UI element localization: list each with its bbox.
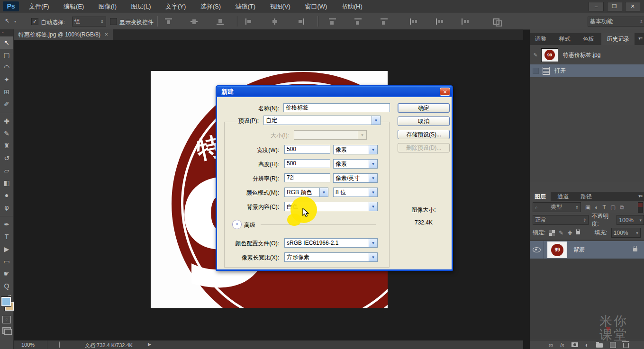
align-left-edges-icon[interactable] [245, 18, 253, 25]
spot-healing-brush-tool[interactable]: ✚ [0, 115, 13, 127]
distribute-horizontal-centers-icon[interactable] [436, 18, 443, 25]
color-profile-dropdown[interactable]: sRGB IEC61966-2.1 ▼ [284, 238, 378, 248]
blend-mode-dropdown[interactable]: 正常 ⇕ [533, 215, 589, 225]
zoom-level-field[interactable]: 100% [21, 342, 35, 348]
distribute-left-edges-icon[interactable] [410, 18, 417, 25]
crop-tool[interactable]: ⊞ [0, 86, 13, 98]
distribute-vertical-centers-icon[interactable] [354, 18, 362, 25]
color-mode-dropdown[interactable]: RGB 颜色 ▼ [284, 188, 328, 197]
resolution-input[interactable]: 72 [284, 173, 330, 182]
resolution-unit-dropdown[interactable]: 像素/英寸 ▼ [333, 173, 378, 183]
history-brush-tool[interactable]: ↺ [0, 152, 13, 164]
tools-collapse-icon[interactable]: » [0, 29, 13, 36]
move-tool[interactable]: ↖ [0, 36, 13, 49]
menu-file[interactable]: 文件(F) [23, 0, 55, 13]
menu-type[interactable]: 文字(Y) [159, 0, 192, 13]
close-button[interactable]: ✕ [625, 2, 640, 11]
lasso-tool[interactable]: ◠ [0, 61, 13, 73]
filter-pixel-layers-icon[interactable]: ▣ [585, 204, 590, 211]
history-brush-source-icon[interactable]: ✎ [530, 52, 541, 58]
lock-image-pixels-icon[interactable]: ✎ [559, 230, 563, 236]
delete-layer-icon[interactable] [623, 343, 629, 348]
layer-filter-dropdown[interactable]: ⌕ 类型 ⇕ [533, 202, 581, 212]
layer-name[interactable]: 背景 [573, 246, 633, 254]
cancel-button[interactable]: 取消 [398, 116, 450, 126]
path-selection-tool[interactable]: ▶ [0, 243, 13, 255]
ok-button[interactable]: 确定 [398, 103, 450, 113]
menu-filter[interactable]: 滤镜(T) [229, 0, 262, 13]
background-layer-row[interactable]: 99 背景 [530, 241, 644, 259]
foreground-color-swatch[interactable] [1, 297, 11, 306]
eraser-tool[interactable]: ▱ [0, 164, 13, 177]
dialog-title-bar[interactable]: 新建 ✕ [217, 86, 452, 97]
tab-channels[interactable]: 通道 [553, 192, 573, 201]
tab-history[interactable]: 历史记录 [601, 33, 635, 45]
align-vertical-centers-icon[interactable] [190, 18, 198, 25]
document-tab[interactable]: 特惠价标签.jpg @ 100%(RGB/8) × [14, 29, 113, 40]
add-layer-mask-icon[interactable] [571, 342, 578, 347]
auto-select-mode-dropdown[interactable]: 组 ⇕ [72, 17, 106, 27]
align-right-edges-icon[interactable] [297, 18, 304, 25]
blur-tool[interactable]: ● [0, 189, 13, 201]
filter-switch-toggle[interactable] [638, 202, 643, 213]
tool-preset-dropdown-icon[interactable]: ▾ [14, 19, 16, 24]
dodge-tool[interactable]: φ [0, 201, 13, 214]
quick-mask-icon[interactable]: ◌ [2, 316, 11, 323]
filter-smart-objects-icon[interactable]: ⧉ [620, 204, 624, 211]
distribute-top-edges-icon[interactable] [329, 18, 336, 25]
advanced-collapse-button[interactable]: » [232, 220, 242, 229]
workspace-dropdown[interactable]: 基本功能 ⇕ [588, 17, 644, 27]
tab-adjustments[interactable]: 调整 [530, 33, 552, 45]
rectangle-tool[interactable]: ▭ [0, 255, 13, 268]
filter-shape-layers-icon[interactable]: ▢ [610, 204, 616, 211]
layer-visibility-cell[interactable] [530, 241, 544, 259]
lock-transparent-pixels-icon[interactable] [549, 230, 555, 236]
gradient-tool[interactable]: ◧ [0, 177, 13, 189]
name-input[interactable]: 价格标签 [283, 103, 390, 112]
menu-select[interactable]: 选择(S) [194, 0, 227, 13]
zoom-tool[interactable]: Q [0, 280, 13, 292]
menu-window[interactable]: 窗口(W) [299, 0, 333, 13]
height-input[interactable]: 500 [284, 159, 330, 168]
pen-tool[interactable]: ✒ [0, 218, 13, 231]
lock-position-icon[interactable]: ✚ [567, 230, 572, 236]
distribute-bottom-edges-icon[interactable] [381, 18, 388, 25]
history-open-row[interactable]: 打开 [530, 64, 644, 77]
menu-image[interactable]: 图像(I) [92, 0, 123, 13]
quick-selection-tool[interactable]: ✦ [0, 73, 13, 86]
show-transform-checkbox[interactable] [110, 18, 117, 25]
menu-layer[interactable]: 图层(L) [125, 0, 157, 13]
opacity-dropdown[interactable]: 100% ▾ [617, 215, 644, 225]
brush-tool[interactable]: ✎ [0, 127, 13, 140]
menu-edit[interactable]: 编辑(E) [57, 0, 90, 13]
document-tab-close-icon[interactable]: × [105, 29, 108, 40]
panel-menu-icon[interactable]: ▾≡ [638, 194, 642, 198]
menu-help[interactable]: 帮助(H) [336, 0, 369, 13]
hand-tool[interactable]: ☛ [0, 268, 13, 280]
tab-swatches[interactable]: 色板 [578, 33, 599, 45]
align-bottom-edges-icon[interactable] [217, 18, 224, 25]
panel-menu-icon[interactable]: ▾≡ [638, 36, 642, 41]
clone-stamp-tool[interactable]: ♜ [0, 140, 13, 152]
filter-adjustment-layers-icon[interactable]: ◐ [595, 204, 598, 211]
tab-styles[interactable]: 样式 [553, 33, 575, 45]
tab-paths[interactable]: 路径 [576, 192, 597, 201]
link-layers-icon[interactable]: ∞ [549, 341, 553, 349]
new-adjustment-layer-icon[interactable]: ◐ [585, 341, 589, 349]
distribute-right-edges-icon[interactable] [462, 18, 469, 25]
new-group-icon[interactable] [596, 343, 603, 348]
restore-button[interactable]: ❐ [607, 2, 622, 11]
auto-select-checkbox[interactable]: ✓ [31, 18, 38, 25]
lock-all-icon[interactable] [576, 231, 580, 234]
auto-align-layers-icon[interactable] [493, 18, 500, 25]
height-unit-dropdown[interactable]: 像素 ▼ [333, 159, 378, 169]
history-snapshot-row[interactable]: ✎ 99 特惠价标签.jpg [530, 47, 644, 63]
status-expand-icon[interactable]: ▶ [148, 342, 151, 347]
width-unit-dropdown[interactable]: 像素 ▼ [333, 145, 378, 154]
new-layer-icon[interactable] [610, 342, 616, 348]
bit-depth-dropdown[interactable]: 8 位 ▼ [333, 188, 378, 197]
dialog-close-icon[interactable]: ✕ [440, 88, 450, 96]
width-input[interactable]: 500 [284, 145, 330, 154]
align-horizontal-centers-icon[interactable] [272, 18, 279, 25]
tab-layers[interactable]: 图层 [530, 192, 551, 201]
